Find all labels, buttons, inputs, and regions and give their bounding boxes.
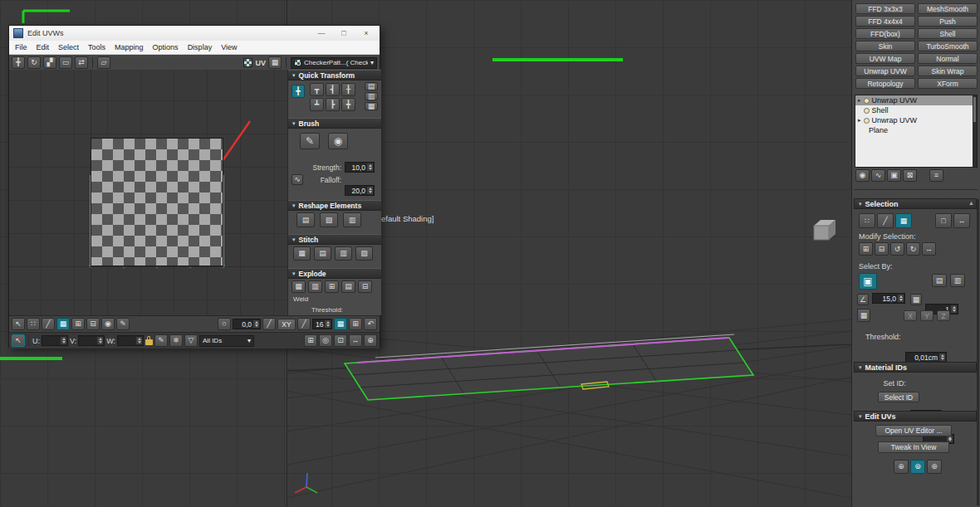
stack-item-shell[interactable]: ▸ Shell (855, 105, 977, 115)
reshape-a-icon[interactable]: ▤ (296, 212, 315, 227)
select-id-button[interactable]: Select ID (878, 392, 919, 402)
stitch-d-icon[interactable]: ▨ (355, 246, 373, 261)
explode-d-icon[interactable]: ▤ (341, 280, 355, 293)
stack-item-plane[interactable]: Plane (855, 125, 977, 135)
rollout-header-selection[interactable]: ▾ Selection (854, 198, 977, 209)
explode-c-icon[interactable]: ⊞ (325, 280, 339, 293)
modifier-button-push[interactable]: Push (918, 16, 978, 27)
spinner-arrows-icon[interactable] (136, 337, 142, 344)
menu-view[interactable]: View (221, 43, 237, 51)
reshape-b-icon[interactable]: ▧ (320, 212, 338, 227)
rollout-header-stitch[interactable]: ▾ Stitch (288, 234, 381, 245)
modifier-button-uvwmap[interactable]: UVW Map (855, 53, 915, 64)
rollout-header-reshape[interactable]: ▾ Reshape Elements (288, 200, 381, 211)
modifier-enable-icon[interactable] (864, 98, 870, 104)
w-field[interactable] (117, 335, 144, 346)
id-filter-dropdown[interactable]: All IDs ▾ (199, 335, 254, 347)
modifier-button-shell[interactable]: Shell (918, 28, 978, 39)
remove-modifier-icon[interactable]: ⊠ (903, 169, 917, 182)
swap-selection-icon[interactable]: ↔ (922, 242, 936, 256)
vertex-mode-icon[interactable]: ∷ (859, 213, 875, 228)
rollout-header-quick-transform[interactable]: ▾ Quick Transform (288, 70, 381, 80)
planar-angle-icon[interactable]: ∠ (857, 294, 869, 305)
qt-pivot-icon[interactable]: ╋ (292, 85, 305, 98)
viewport-shading-label[interactable]: efault Shading] (381, 214, 434, 223)
menu-options[interactable]: Options (153, 43, 179, 51)
polygon-mode-icon[interactable]: ▦ (895, 213, 912, 228)
rollout-header-edit-uvs[interactable]: ▾ Edit UVs (854, 411, 977, 422)
axis-z-button[interactable]: Z (937, 310, 950, 321)
modifier-enable-icon[interactable] (864, 108, 870, 114)
freeform-icon[interactable]: ▭ (59, 56, 72, 69)
strength-spinner[interactable]: 10,0 (345, 162, 375, 173)
spinner-arrows-icon[interactable] (367, 187, 373, 194)
mirror-icon[interactable]: ⇄ (75, 56, 88, 69)
select-arrow-icon[interactable]: ↖ (12, 318, 25, 330)
open-uv-editor-button[interactable]: Open UV Editor ... (875, 425, 952, 436)
texture-dropdown[interactable]: CheckerPatt...( Checker ) ▾ (291, 57, 377, 69)
explode-b-icon[interactable]: ▥ (308, 280, 322, 293)
align-center-icon[interactable]: ╂ (341, 83, 355, 96)
rollout-header-brush[interactable]: ▾ Brush (288, 118, 381, 129)
paint-selection-icon[interactable]: ✎ (116, 318, 130, 330)
rollout-header-explode[interactable]: ▾ Explode (288, 268, 381, 279)
grid-b-icon[interactable]: ▥ (365, 92, 378, 100)
show-end-result-icon[interactable]: ∿ (871, 169, 885, 182)
shrink-uv-selection-icon[interactable]: ⊟ (86, 318, 100, 330)
stitch-b-icon[interactable]: ▤ (314, 246, 331, 261)
stitch-c-icon[interactable]: ▥ (335, 246, 352, 261)
uv-transform-1-icon[interactable]: ⊕ (894, 460, 909, 474)
menu-display[interactable]: Display (188, 43, 213, 51)
coord-field[interactable]: 0,0 (233, 319, 261, 329)
falloff-slash-icon[interactable]: ╱ (262, 318, 276, 330)
tweak-in-view-button[interactable]: Tweak In View (878, 441, 949, 453)
uv-space-label[interactable]: UV (255, 59, 266, 67)
spinner-arrows-icon[interactable] (898, 295, 904, 302)
align-top-icon[interactable]: ┳ (310, 83, 324, 96)
menu-file[interactable]: File (15, 43, 27, 51)
element-select-icon[interactable]: □ (935, 213, 952, 228)
spinner-arrows-icon[interactable] (253, 320, 259, 328)
menu-mapping[interactable]: Mapping (115, 43, 144, 51)
v-field[interactable] (78, 335, 105, 346)
scale-icon[interactable]: ▞ (43, 56, 56, 69)
absolute-mode-icon[interactable]: ↖ (12, 334, 25, 347)
filter-icon[interactable]: ▽ (184, 334, 198, 347)
reshape-c-icon[interactable]: ▥ (343, 212, 361, 227)
menu-tools[interactable]: Tools (88, 43, 105, 51)
grid-a-icon[interactable]: ▤ (365, 82, 378, 90)
grow-selection-icon[interactable]: ⊞ (859, 242, 873, 256)
modifier-button-ffdbox[interactable]: FFD(box) (855, 28, 915, 39)
modifier-button-unwrapuvw[interactable]: Unwrap UVW (855, 66, 915, 76)
modifier-button-skinwrap[interactable]: Skin Wrap (918, 66, 978, 76)
modifier-button-meshsmooth[interactable]: MeshSmooth (918, 3, 978, 14)
grid-size-field[interactable]: 16 (312, 319, 332, 329)
lock-selection-icon[interactable] (145, 339, 153, 345)
menu-select[interactable]: Select (58, 43, 79, 51)
space-tool-icon[interactable]: ╋ (341, 98, 355, 111)
plane-object[interactable] (345, 334, 753, 400)
zoom-extents-icon[interactable]: ⊞ (304, 334, 317, 347)
relax-brush-icon[interactable]: ◉ (328, 133, 348, 149)
menu-edit[interactable]: Edit (37, 43, 50, 51)
show-map-icon[interactable] (243, 58, 252, 67)
axis-xy-button[interactable]: XY (277, 319, 296, 330)
pin-stack-icon[interactable]: ◉ (855, 169, 870, 182)
configure-modifier-sets-icon[interactable]: ≡ (929, 169, 943, 182)
close-button[interactable]: × (357, 29, 375, 37)
rotate-icon[interactable]: ↻ (27, 56, 41, 69)
viewcube[interactable] (814, 220, 835, 240)
select-by-a-icon[interactable]: ▤ (932, 274, 947, 287)
rollout-header-material-ids[interactable]: ▾ Material IDs (854, 362, 977, 373)
modifier-button-xform[interactable]: XForm (918, 78, 978, 89)
modifier-button-turbosmooth[interactable]: TurboSmooth (918, 41, 978, 51)
grow-uv-selection-icon[interactable]: ⊞ (71, 318, 85, 330)
axis-x-button[interactable]: X (904, 310, 917, 321)
snap-grid-icon[interactable]: ▦ (334, 318, 347, 330)
spinner-arrows-icon[interactable] (325, 320, 331, 328)
falloff-slash2-icon[interactable]: ╱ (297, 318, 311, 330)
uv-vertex-mode-icon[interactable]: ∷ (27, 318, 40, 330)
zoom-icon[interactable]: ◎ (319, 334, 332, 347)
paint-weights-icon[interactable]: ✎ (154, 334, 168, 347)
minimize-button[interactable]: — (312, 29, 331, 37)
